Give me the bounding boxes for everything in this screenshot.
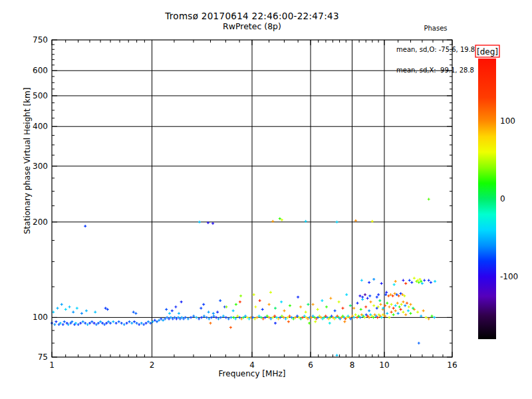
svg-text:100: 100: [33, 313, 48, 322]
svg-text:200: 200: [33, 217, 48, 227]
svg-text:600: 600: [33, 66, 48, 75]
svg-text:16: 16: [447, 360, 457, 370]
colorbar: [deg] 1000-100: [475, 45, 518, 339]
colorbar-unit-label: [deg]: [477, 47, 498, 57]
svg-text:4: 4: [249, 360, 255, 370]
svg-text:75: 75: [38, 352, 48, 362]
colorbar-tick-labels: 1000-100: [500, 116, 518, 281]
svg-text:1: 1: [49, 360, 55, 370]
svg-text:300: 300: [33, 162, 48, 171]
svg-text:100: 100: [500, 116, 515, 126]
scatter-plot: 12468101675100200300400500600750 Station…: [0, 0, 532, 399]
svg-text:0: 0: [500, 194, 505, 203]
y-axis-label: Stationary phase Virtual Height [km]: [23, 88, 32, 234]
ionogram-figure: Tromsø 20170614 22:46:00-22:47:43 RwPret…: [0, 0, 532, 399]
x-axis-label: Frequency [MHz]: [219, 369, 286, 378]
grid-lines: [52, 40, 452, 357]
svg-text:2: 2: [150, 360, 155, 370]
svg-text:8: 8: [350, 360, 355, 370]
tick-labels: 12468101675100200300400500600750: [33, 35, 458, 370]
svg-text:10: 10: [379, 360, 389, 370]
svg-text:750: 750: [33, 35, 48, 45]
svg-text:-100: -100: [500, 272, 518, 281]
colorbar-gradient: [478, 59, 496, 339]
svg-text:500: 500: [33, 91, 48, 100]
svg-text:400: 400: [33, 122, 48, 131]
svg-text:6: 6: [308, 360, 313, 370]
